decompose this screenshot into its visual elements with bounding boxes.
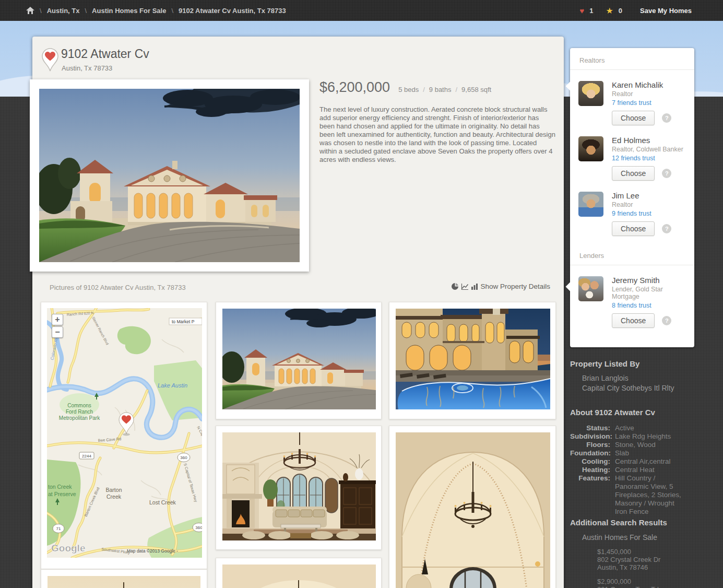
about-row: Subdivision: Lake Rdg Heights <box>570 432 696 441</box>
lenders-heading: Lenders <box>570 243 694 265</box>
map-label: Metropolitan Park <box>59 415 100 421</box>
photo-thumbnail-pool-night[interactable] <box>389 302 556 419</box>
about-value: Hill Country / Panoramic View, 5 Firepla… <box>615 474 688 516</box>
avatar[interactable] <box>578 192 603 217</box>
lender-card: Jeremy Smith Lender, Gold Star Mortgage … <box>570 265 694 328</box>
map-label: to Market P <box>172 319 195 324</box>
realtor-name: Karen Michalik <box>612 80 687 89</box>
route-shield: 71 <box>56 526 61 531</box>
map-label: Lake Austin <box>158 382 187 389</box>
pictures-heading: Pictures of 9102 Atwater Cv Austin, Tx 7… <box>50 284 186 291</box>
help-icon[interactable]: ? <box>662 224 671 233</box>
help-icon[interactable]: ? <box>662 113 671 123</box>
avatar[interactable] <box>578 136 603 161</box>
sqft-value: 9,658 sqft <box>461 86 491 93</box>
listed-by-section: Property Listed By Brian Langlois Capita… <box>570 359 696 393</box>
favorites-count: 1 <box>589 7 593 15</box>
photo-thumbnail-exterior-dusk[interactable] <box>216 302 382 419</box>
route-shield: 360 <box>180 455 187 460</box>
about-label: Status: <box>570 424 610 432</box>
about-heading: About 9102 Atwater Cv <box>570 408 696 417</box>
save-my-homes-link[interactable]: Save My Homes <box>640 7 692 15</box>
result-listing[interactable]: $1,450,000 802 Crystal Creek Dr Austin, … <box>597 548 696 571</box>
listing-price: $6,200,000 <box>319 79 390 96</box>
help-icon[interactable]: ? <box>662 316 671 325</box>
photo-thumbnail-arches[interactable] <box>216 558 382 588</box>
stars-count: 0 <box>619 7 622 15</box>
breadcrumb-separator: \ <box>171 7 173 15</box>
breadcrumb-item-search[interactable]: Austin Homes For Sale <box>92 7 166 15</box>
about-label: Subdivision: <box>570 432 610 441</box>
choose-button[interactable]: Choose <box>612 221 655 236</box>
realtor-card: Jim Lee Realtor 9 friends trust Choose ? <box>570 181 694 236</box>
baths-value: 9 baths <box>429 86 452 93</box>
show-property-details-link[interactable]: Show Property Details <box>452 283 550 290</box>
beds-value: 5 beds <box>398 86 419 93</box>
realtor-role: Realtor <box>612 201 687 208</box>
route-shield: 360 <box>195 525 202 530</box>
google-map[interactable]: to Market P Ranch Rd 620 N Steiner Ranch… <box>47 308 202 558</box>
map-zoom-out-button[interactable]: − <box>52 326 63 338</box>
result-city: Austin, Tx 78746 <box>597 563 696 571</box>
stars-icon[interactable]: ★ <box>606 6 613 16</box>
friends-trust-link[interactable]: 12 friends trust <box>612 155 655 162</box>
about-value: Slab <box>615 449 688 457</box>
map-label: Ford Ranch <box>66 409 93 415</box>
about-row: Foundation: Slab <box>570 449 696 457</box>
map-label: Commons <box>67 403 91 408</box>
additional-results-section: Additional Search Results Austin Homes F… <box>570 518 696 588</box>
help-icon[interactable]: ? <box>662 169 671 178</box>
choose-button[interactable]: Choose <box>612 111 655 125</box>
choose-button[interactable]: Choose <box>612 166 655 181</box>
map-thumbnail[interactable]: + − <box>41 302 207 569</box>
map-label: Barton <box>106 487 122 493</box>
map-zoom-in-button[interactable]: + <box>52 314 63 325</box>
realtor-name: Ed Holmes <box>612 136 687 145</box>
about-value: Central Air,central <box>615 457 688 466</box>
photo-thumbnail-interior[interactable] <box>41 569 207 588</box>
results-group-link[interactable]: Austin Homes For Sale <box>582 533 696 542</box>
line-chart-icon <box>461 283 469 290</box>
breadcrumb-item-city[interactable]: Austin, Tx <box>47 7 80 15</box>
map-label: Lost Creek <box>149 499 176 505</box>
friends-trust-link[interactable]: 8 friends trust <box>612 302 651 309</box>
friends-trust-link[interactable]: 7 friends trust <box>612 99 651 107</box>
breadcrumb-item-current: 9102 Atwater Cv Austin, Tx 78733 <box>179 7 286 15</box>
realtor-role: Realtor, Coldwell Banker <box>612 146 687 153</box>
realtor-card: Ed Holmes Realtor, Coldwell Banker 12 fr… <box>570 125 694 181</box>
about-value: Active <box>615 424 688 432</box>
listed-by-heading: Property Listed By <box>570 359 696 368</box>
avatar[interactable] <box>578 81 603 106</box>
lender-role: Lender, Gold Star Mortgage <box>612 286 687 300</box>
about-row: Status: Active <box>570 424 696 432</box>
about-row: Heating: Central Heat <box>570 466 696 474</box>
result-price: $1,450,000 <box>597 548 696 556</box>
about-label: Foundation: <box>570 449 610 457</box>
route-shield: 2244 <box>82 454 91 458</box>
spec-separator: / <box>423 86 425 93</box>
photo-thumbnail-great-room[interactable] <box>389 426 556 588</box>
about-label: Features: <box>570 474 610 516</box>
photo-thumbnail-living-room[interactable] <box>216 426 382 550</box>
listing-agent-name[interactable]: Brian Langlois <box>582 373 696 383</box>
favorites-heart-icon[interactable]: ♥ <box>579 6 584 15</box>
map-label: Creek <box>106 493 122 500</box>
about-row: Cooling: Central Air,central <box>570 457 696 466</box>
breadcrumb-separator: \ <box>85 7 87 15</box>
breadcrumb-bar: \ Austin, Tx \ Austin Homes For Sale \ 9… <box>0 0 723 21</box>
hero-photo[interactable] <box>30 79 309 272</box>
about-label: Heating: <box>570 466 610 474</box>
show-property-details-label: Show Property Details <box>480 283 550 290</box>
google-logo: Google <box>51 543 85 554</box>
avatar[interactable] <box>578 276 603 301</box>
result-listing[interactable]: $2,900,000 231 Canyon Turn Trl Austin, T… <box>597 578 696 588</box>
realtor-card: Karen Michalik Realtor 7 friends trust C… <box>570 70 694 125</box>
result-address: 802 Crystal Creek Dr <box>597 556 696 563</box>
breadcrumb-separator: \ <box>40 7 42 15</box>
about-row: Floors: Stone, Wood <box>570 441 696 449</box>
friends-trust-link[interactable]: 9 friends trust <box>612 210 651 217</box>
breadcrumb: \ Austin, Tx \ Austin Homes For Sale \ 9… <box>0 7 286 15</box>
home-icon[interactable] <box>26 7 34 14</box>
choose-button[interactable]: Choose <box>612 313 655 328</box>
lender-name: Jeremy Smith <box>612 276 687 285</box>
